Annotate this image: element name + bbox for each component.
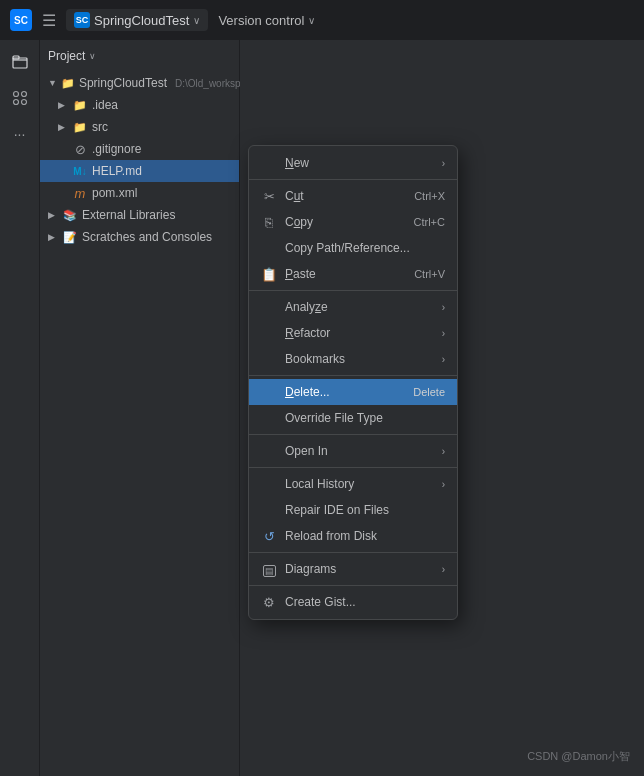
submenu-arrow-icon: › [442,479,445,490]
arrow-icon: ▶ [58,100,68,110]
vc-chevron-icon: ∨ [308,15,315,26]
separator [249,467,457,468]
menu-item-label: Refactor [285,326,330,340]
tree-item-label: SpringCloudTest [79,76,167,90]
scratches-icon: 📝 [62,231,78,244]
menu-item-repair-ide[interactable]: Repair IDE on Files [249,497,457,523]
sidebar-icon-project[interactable] [6,48,34,76]
menu-item-label: Local History [285,477,354,491]
menu-item-label: Analyze [285,300,328,314]
tree-item-label: HELP.md [92,164,239,178]
hamburger-menu[interactable]: ☰ [42,11,56,30]
tree-item-helpmd[interactable]: M↓ HELP.md [40,160,239,182]
submenu-arrow-icon: › [442,328,445,339]
project-name: SpringCloudTest [94,13,189,28]
tree-item-label: src [92,120,239,134]
menu-item-label: Repair IDE on Files [285,503,389,517]
tree-item-scratches[interactable]: ▶ 📝 Scratches and Consoles [40,226,239,248]
icon-bar: ··· [0,40,40,776]
watermark: CSDN @Damon小智 [527,749,630,764]
submenu-arrow-icon: › [442,302,445,313]
submenu-arrow-icon: › [442,354,445,365]
separator [249,290,457,291]
folder-icon: 📁 [72,99,88,112]
menu-item-label: Delete... [285,385,330,399]
cut-icon: ✂ [261,189,277,204]
tree-item-gitignore[interactable]: ⊘ .gitignore [40,138,239,160]
menu-item-open-in[interactable]: Open In › [249,438,457,464]
panel-chevron-icon: ∨ [89,51,96,61]
menu-item-create-gist[interactable]: ⚙ Create Gist... [249,589,457,615]
menu-item-analyze[interactable]: Analyze › [249,294,457,320]
svg-point-5 [21,100,26,105]
separator [249,552,457,553]
menu-item-bookmarks[interactable]: Bookmarks › [249,346,457,372]
sidebar-icon-more[interactable]: ··· [6,120,34,148]
separator [249,375,457,376]
submenu-arrow-icon: › [442,564,445,575]
menu-item-label: Diagrams [285,562,336,576]
shortcut-label: Delete [413,386,445,398]
version-control-selector[interactable]: Version control ∨ [218,13,315,28]
svg-point-4 [13,100,18,105]
tree-item-pomxml[interactable]: m pom.xml [40,182,239,204]
sidebar-icon-modules[interactable] [6,84,34,112]
arrow-icon: ▼ [48,78,57,88]
tree-item-label: pom.xml [92,186,239,200]
menu-item-label: Bookmarks [285,352,345,366]
separator [249,434,457,435]
menu-item-override-file-type[interactable]: Override File Type [249,405,457,431]
gitignore-icon: ⊘ [72,142,88,157]
xml-icon: m [72,186,88,201]
menu-item-cut[interactable]: ✂ Cut Ctrl+X [249,183,457,209]
shortcut-label: Ctrl+X [414,190,445,202]
project-panel: Project ∨ ▼ 📁 SpringCloudTest D:\Old_wor… [40,40,240,776]
menu-item-label: Paste [285,267,316,281]
title-bar: SC ☰ SC SpringCloudTest ∨ Version contro… [0,0,644,40]
version-control-label: Version control [218,13,304,28]
menu-item-copy-path[interactable]: Copy Path/Reference... [249,235,457,261]
tree-item-label: Scratches and Consoles [82,230,239,244]
markdown-icon: M↓ [72,166,88,177]
menu-item-delete[interactable]: Delete... Delete [249,379,457,405]
menu-item-label: Create Gist... [285,595,356,609]
project-icon: SC [74,12,90,28]
github-icon: ⚙ [261,595,277,610]
tree-item-idea[interactable]: ▶ 📁 .idea [40,94,239,116]
menu-item-reload[interactable]: ↺ Reload from Disk [249,523,457,549]
menu-item-refactor[interactable]: Refactor › [249,320,457,346]
arrow-icon: ▶ [48,232,58,242]
panel-title: Project [48,49,85,63]
tree-item-external-libraries[interactable]: ▶ 📚 External Libraries [40,204,239,226]
menu-item-paste[interactable]: 📋 Paste Ctrl+V [249,261,457,287]
project-selector[interactable]: SC SpringCloudTest ∨ [66,9,208,31]
menu-item-new[interactable]: New › [249,150,457,176]
menu-item-label: Reload from Disk [285,529,377,543]
menu-item-copy[interactable]: ⎘ Copy Ctrl+C [249,209,457,235]
menu-item-label: Override File Type [285,411,383,425]
reload-icon: ↺ [261,529,277,544]
separator [249,585,457,586]
svg-point-3 [21,92,26,97]
shortcut-label: Ctrl+V [414,268,445,280]
submenu-arrow-icon: › [442,158,445,169]
svg-point-2 [13,92,18,97]
app-logo: SC [10,9,32,31]
menu-item-local-history[interactable]: Local History › [249,471,457,497]
tree-item-label: .idea [92,98,239,112]
shortcut-label: Ctrl+C [414,216,445,228]
tree-item-springcloudtest[interactable]: ▼ 📁 SpringCloudTest D:\Old_workspace\Spr… [40,72,239,94]
panel-header: Project ∨ [40,40,239,72]
tree-item-src[interactable]: ▶ 📁 src [40,116,239,138]
library-icon: 📚 [62,209,78,222]
menu-item-label: Cut [285,189,304,203]
arrow-icon: ▶ [58,122,68,132]
context-menu: New › ✂ Cut Ctrl+X ⎘ Copy Ctrl+C Copy Pa… [248,145,458,620]
menu-item-diagrams[interactable]: ▤ Diagrams › [249,556,457,582]
separator [249,179,457,180]
tree-item-label: External Libraries [82,208,239,222]
menu-item-label: Open In [285,444,328,458]
menu-item-label: Copy Path/Reference... [285,241,410,255]
menu-item-label: Copy [285,215,313,229]
copy-icon: ⎘ [261,215,277,230]
